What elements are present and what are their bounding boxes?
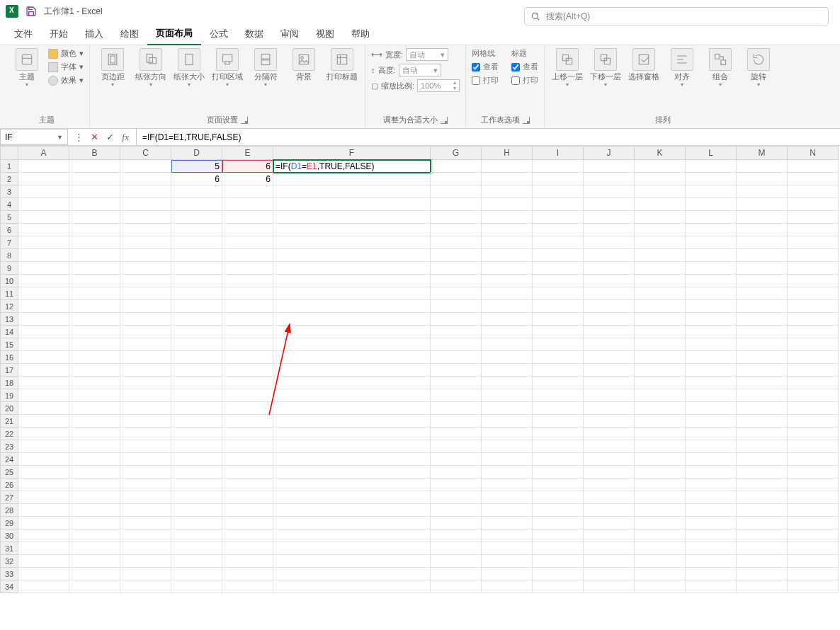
cell-L10[interactable] xyxy=(686,275,737,287)
cell-I30[interactable] xyxy=(533,529,584,542)
cell-B15[interactable] xyxy=(69,338,120,351)
row-header-20[interactable]: 20 xyxy=(0,402,18,415)
cell-L14[interactable] xyxy=(686,326,737,338)
cell-F25[interactable] xyxy=(273,466,431,479)
cell-C28[interactable] xyxy=(120,504,171,517)
col-header-A[interactable]: A xyxy=(18,146,69,160)
cell-M25[interactable] xyxy=(737,466,788,479)
cell-G23[interactable] xyxy=(431,440,482,453)
cell-L8[interactable] xyxy=(686,249,737,262)
cell-L32[interactable] xyxy=(686,555,737,568)
cell-N29[interactable] xyxy=(788,517,839,529)
cell-K16[interactable] xyxy=(635,351,686,364)
row-header-16[interactable]: 16 xyxy=(0,351,18,364)
cell-L22[interactable] xyxy=(686,428,737,440)
cell-J15[interactable] xyxy=(584,338,635,351)
cell-C14[interactable] xyxy=(120,326,171,338)
cell-L33[interactable] xyxy=(686,568,737,580)
cell-M15[interactable] xyxy=(737,338,788,351)
row-header-33[interactable]: 33 xyxy=(0,568,18,580)
row-header-34[interactable]: 34 xyxy=(0,580,18,593)
cell-K34[interactable] xyxy=(635,580,686,593)
cell-A28[interactable] xyxy=(18,504,69,517)
cell-N5[interactable] xyxy=(788,211,839,224)
cell-K18[interactable] xyxy=(635,377,686,389)
cell-A19[interactable] xyxy=(18,389,69,402)
cell-J27[interactable] xyxy=(584,491,635,504)
cell-A34[interactable] xyxy=(18,580,69,593)
cell-N30[interactable] xyxy=(788,529,839,542)
cell-H28[interactable] xyxy=(482,504,533,517)
cell-F29[interactable] xyxy=(273,517,431,529)
cell-F19[interactable] xyxy=(273,389,431,402)
cell-E23[interactable] xyxy=(222,440,273,453)
cell-D10[interactable] xyxy=(171,275,222,287)
cell-N7[interactable] xyxy=(788,236,839,249)
formula-text[interactable]: =IF(D1=E1,TRUE,FALSE) xyxy=(137,129,840,145)
cell-A12[interactable] xyxy=(18,300,69,313)
cell-N32[interactable] xyxy=(788,555,839,568)
col-header-J[interactable]: J xyxy=(584,146,635,160)
cell-D34[interactable] xyxy=(171,580,222,593)
cell-D22[interactable] xyxy=(171,428,222,440)
cell-B11[interactable] xyxy=(69,287,120,300)
cell-I13[interactable] xyxy=(533,313,584,326)
cell-L11[interactable] xyxy=(686,287,737,300)
cell-C17[interactable] xyxy=(120,364,171,377)
cell-J11[interactable] xyxy=(584,287,635,300)
cell-E10[interactable] xyxy=(222,275,273,287)
cell-G11[interactable] xyxy=(431,287,482,300)
cell-B10[interactable] xyxy=(69,275,120,287)
cell-K31[interactable] xyxy=(635,542,686,555)
cell-C34[interactable] xyxy=(120,580,171,593)
cell-L29[interactable] xyxy=(686,517,737,529)
tab-视图[interactable]: 视图 xyxy=(307,23,343,45)
cell-E24[interactable] xyxy=(222,453,273,466)
cell-M12[interactable] xyxy=(737,300,788,313)
cell-B22[interactable] xyxy=(69,428,120,440)
cell-G33[interactable] xyxy=(431,568,482,580)
cell-A13[interactable] xyxy=(18,313,69,326)
cell-C10[interactable] xyxy=(120,275,171,287)
cell-M23[interactable] xyxy=(737,440,788,453)
cell-E4[interactable] xyxy=(222,198,273,211)
row-header-25[interactable]: 25 xyxy=(0,466,18,479)
row-header-12[interactable]: 12 xyxy=(0,300,18,313)
cell-B28[interactable] xyxy=(69,504,120,517)
row-header-14[interactable]: 14 xyxy=(0,326,18,338)
cell-L3[interactable] xyxy=(686,185,737,198)
cell-C32[interactable] xyxy=(120,555,171,568)
cell-K10[interactable] xyxy=(635,275,686,287)
cell-N21[interactable] xyxy=(788,415,839,428)
cell-K4[interactable] xyxy=(635,198,686,211)
cell-N27[interactable] xyxy=(788,491,839,504)
cell-D26[interactable] xyxy=(171,479,222,491)
cell-E21[interactable] xyxy=(222,415,273,428)
scale-width[interactable]: ⟷宽度:自动▾ xyxy=(371,48,448,61)
cell-B21[interactable] xyxy=(69,415,120,428)
cell-G8[interactable] xyxy=(431,249,482,262)
cell-N12[interactable] xyxy=(788,300,839,313)
bring-forward-button[interactable]: 上移一层 xyxy=(550,48,584,88)
cell-L17[interactable] xyxy=(686,364,737,377)
cell-D6[interactable] xyxy=(171,224,222,236)
tab-数据[interactable]: 数据 xyxy=(237,23,272,45)
headings-print-check[interactable]: 打印 xyxy=(511,75,538,86)
row-header-24[interactable]: 24 xyxy=(0,453,18,466)
cell-K6[interactable] xyxy=(635,224,686,236)
cell-L6[interactable] xyxy=(686,224,737,236)
cell-M17[interactable] xyxy=(737,364,788,377)
cell-E34[interactable] xyxy=(222,580,273,593)
cell-C19[interactable] xyxy=(120,389,171,402)
cell-E29[interactable] xyxy=(222,517,273,529)
cell-J23[interactable] xyxy=(584,440,635,453)
cell-H10[interactable] xyxy=(482,275,533,287)
cell-C33[interactable] xyxy=(120,568,171,580)
cell-A22[interactable] xyxy=(18,428,69,440)
cell-I33[interactable] xyxy=(533,568,584,580)
cell-B31[interactable] xyxy=(69,542,120,555)
cell-K1[interactable] xyxy=(635,160,686,173)
cell-J31[interactable] xyxy=(584,542,635,555)
headings-view-check[interactable]: 查看 xyxy=(511,62,538,72)
cell-M18[interactable] xyxy=(737,377,788,389)
